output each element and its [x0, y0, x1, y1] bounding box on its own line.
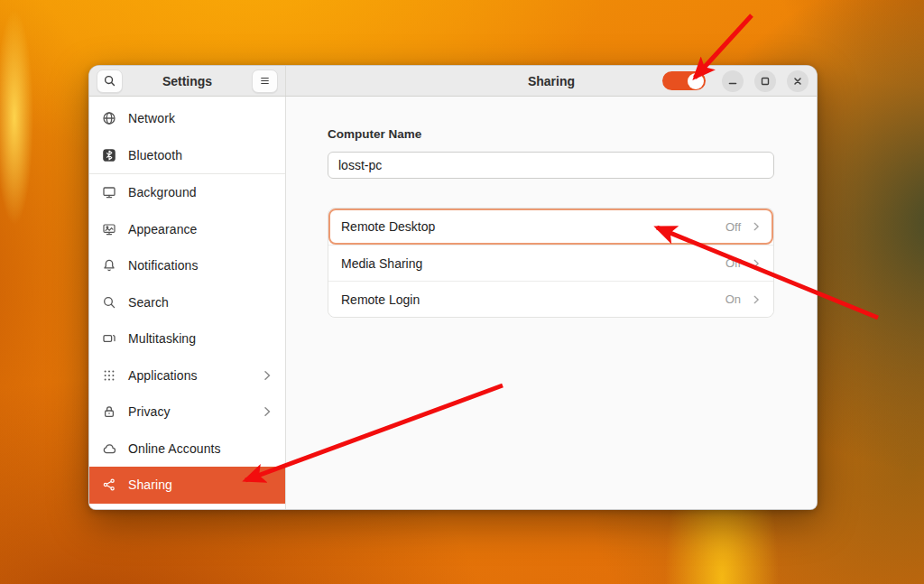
sidebar-item-label: Bluetooth [128, 148, 182, 162]
sidebar-item-label: Sharing [128, 477, 172, 492]
lock-icon [102, 404, 116, 419]
sidebar-item-label: Appearance [128, 222, 198, 236]
sharing-toggle[interactable] [662, 71, 706, 90]
sidebar-item-label: Search [128, 295, 169, 310]
sidebar-item-label: Network [128, 111, 175, 125]
sidebar-header: Settings [89, 66, 286, 96]
close-button[interactable] [787, 70, 808, 92]
toggle-knob [688, 73, 704, 89]
sidebar-item-label: Online Accounts [128, 441, 221, 456]
windows-icon [102, 331, 116, 346]
sidebar-item-online-accounts[interactable]: Online Accounts [89, 431, 285, 468]
remote-desktop-row[interactable]: Remote Desktop Off [328, 209, 773, 245]
bell-icon [102, 258, 116, 273]
search-button[interactable] [97, 70, 123, 93]
maximize-icon [760, 76, 771, 87]
remote-login-row[interactable]: Remote Login On [328, 281, 773, 317]
chevron-right-icon [260, 404, 274, 419]
status-badge: Off [725, 256, 741, 270]
main-menu-button[interactable] [252, 70, 278, 93]
chevron-right-icon [750, 220, 762, 233]
share-icon [102, 477, 116, 492]
sidebar-item-appearance[interactable]: Appearance [89, 211, 285, 248]
sharing-panel: Computer Name Remote Desktop Off Media S… [286, 97, 817, 509]
sidebar-item-search[interactable]: Search [89, 284, 285, 321]
content-header: Sharing [286, 66, 817, 96]
titlebar: Settings Sharing [89, 66, 817, 97]
search-icon [103, 74, 117, 88]
media-sharing-row[interactable]: Media Sharing Off [328, 245, 773, 281]
minimize-button[interactable] [722, 70, 744, 92]
appearance-icon [102, 222, 116, 236]
sidebar-item-label: Privacy [128, 404, 171, 419]
monitor-icon [102, 185, 116, 199]
close-icon [792, 76, 803, 87]
hamburger-icon [258, 74, 273, 88]
sidebar-item-sharing[interactable]: Sharing [89, 467, 285, 504]
sidebar-item-privacy[interactable]: Privacy [89, 394, 285, 431]
sidebar-item-label: Background [128, 185, 197, 199]
sidebar-item-background[interactable]: Background [89, 174, 285, 211]
sidebar-item-label: Multitasking [128, 331, 196, 346]
computer-name-input[interactable] [328, 152, 774, 179]
sidebar-item-label: Applications [128, 368, 198, 383]
minimize-icon [727, 76, 738, 87]
sidebar: Network Bluetooth Backgroun [89, 97, 286, 509]
sidebar-item-multitasking[interactable]: Multitasking [89, 320, 285, 357]
chevron-right-icon [750, 293, 762, 306]
status-badge: Off [725, 220, 741, 234]
cloud-icon [102, 441, 116, 456]
magnifier-icon [102, 295, 116, 310]
bluetooth-icon [102, 148, 116, 162]
settings-window: Settings Sharing [88, 65, 818, 510]
sidebar-item-network[interactable]: Network [89, 100, 285, 137]
status-badge: On [725, 292, 741, 306]
maximize-button[interactable] [754, 70, 776, 92]
row-label: Remote Login [341, 292, 420, 307]
app-grid-icon [102, 368, 116, 383]
sidebar-item-label: Notifications [128, 258, 199, 273]
chevron-right-icon [260, 368, 274, 383]
row-label: Media Sharing [341, 256, 422, 271]
app-title: Settings [123, 74, 252, 88]
globe-icon [102, 111, 116, 125]
computer-name-label: Computer Name [328, 127, 774, 141]
sharing-options-list: Remote Desktop Off Media Sharing Off Rem… [328, 208, 774, 318]
row-label: Remote Desktop [341, 219, 435, 234]
sidebar-item-notifications[interactable]: Notifications [89, 247, 285, 284]
sidebar-item-bluetooth[interactable]: Bluetooth [89, 137, 285, 174]
chevron-right-icon [750, 257, 762, 270]
sidebar-item-applications[interactable]: Applications [89, 357, 285, 394]
